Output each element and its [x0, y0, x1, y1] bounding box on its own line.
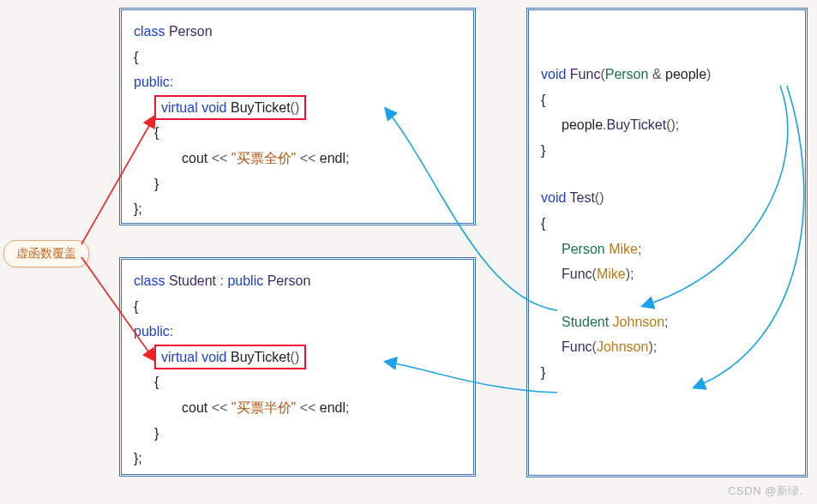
brace-open: { [541, 211, 793, 237]
code-line: class Person [134, 19, 461, 45]
code-panel-student: class Student : public Person { public: … [119, 257, 476, 477]
keyword-virtual: virtual [161, 350, 198, 364]
class-name: Person [169, 24, 213, 39]
person-buyticket-decl: virtual void BuyTicket() [154, 95, 306, 121]
class-close: }; [134, 446, 461, 471]
string-literal: "买票全价" [231, 151, 296, 165]
code-line: people.BuyTicket(); [541, 112, 793, 138]
brace-open: { [134, 45, 461, 70]
param-name: people [665, 67, 706, 81]
op: << [212, 151, 231, 165]
brace-open: { [541, 87, 793, 113]
spacer [541, 287, 793, 309]
spacer [541, 163, 793, 185]
var-name: Mike [609, 242, 638, 256]
code-line: Person Mike; [541, 237, 793, 262]
code-panel-usage: void Func(Person & people) { people.BuyT… [526, 8, 808, 477]
method-name: BuyTicket [231, 100, 291, 115]
code-line: Student Johnson; [541, 309, 793, 335]
keyword-void: void [201, 350, 226, 364]
code-line: Func(Mike); [541, 261, 793, 287]
method-name: BuyTicket [231, 350, 291, 364]
code-line: Func(Johnson); [541, 334, 793, 360]
cout: cout [182, 400, 207, 415]
code-line: void Test() [541, 185, 793, 211]
keyword-void: void [541, 190, 566, 205]
brace-open: { [134, 294, 461, 320]
keyword-class: class [134, 273, 165, 288]
string-literal: "买票半价" [231, 400, 296, 415]
code-line: cout << "买票全价" << endl; [134, 146, 461, 171]
endl: endl [320, 151, 345, 165]
code-line: public: [134, 319, 461, 345]
brace-close: } [541, 138, 793, 164]
brace-close: } [541, 360, 793, 386]
code-line: public: [134, 69, 461, 95]
brace-open: { [134, 369, 461, 395]
var-name: Johnson [613, 315, 665, 329]
keyword-void: void [541, 67, 566, 81]
call-arg: Mike [597, 267, 626, 281]
colon: : [220, 273, 224, 288]
op: << [300, 151, 320, 165]
keyword-public: public [134, 324, 170, 339]
class-name: Student [169, 273, 216, 288]
brace-open: { [134, 120, 461, 146]
param-type: Person [605, 67, 649, 81]
brace-close: } [134, 171, 461, 197]
amp: & [652, 67, 662, 81]
keyword-class: class [134, 24, 165, 39]
call-arg: Johnson [597, 339, 649, 354]
var-type: Person [562, 242, 605, 256]
op: << [212, 400, 228, 415]
cout: cout [182, 151, 207, 165]
brace-close: } [134, 421, 461, 447]
func-name: Test [570, 190, 595, 205]
obj: people [562, 117, 603, 132]
code-line: cout << "买票半价" << endl; [134, 395, 461, 421]
code-panel-person: class Person { public: virtual void BuyT… [119, 8, 476, 225]
call-fn: Func [562, 339, 592, 354]
call-fn: Func [562, 267, 592, 281]
keyword-public: public [227, 273, 263, 288]
watermark: CSDN @新绿. [728, 483, 803, 499]
student-buyticket-decl: virtual void BuyTicket() [154, 345, 306, 370]
code-line: void Func(Person & people) [541, 62, 793, 87]
virtual-override-label: 虚函数覆盖 [3, 240, 89, 267]
method-decl-highlight: virtual void BuyTicket() [134, 95, 461, 121]
keyword-public: public [134, 75, 170, 89]
parens: () [291, 350, 300, 364]
parens: () [291, 100, 300, 115]
var-type: Student [562, 315, 609, 329]
keyword-virtual: virtual [161, 100, 198, 115]
base-class: Person [267, 273, 311, 288]
func-name: Func [570, 67, 601, 81]
code-line: class Student : public Person [134, 268, 461, 294]
call-method: BuyTicket [607, 117, 667, 132]
keyword-void: void [201, 100, 226, 115]
op: << [300, 400, 316, 415]
class-close: }; [134, 196, 461, 222]
endl: endl [320, 400, 345, 415]
method-decl-highlight: virtual void BuyTicket() [134, 345, 461, 370]
